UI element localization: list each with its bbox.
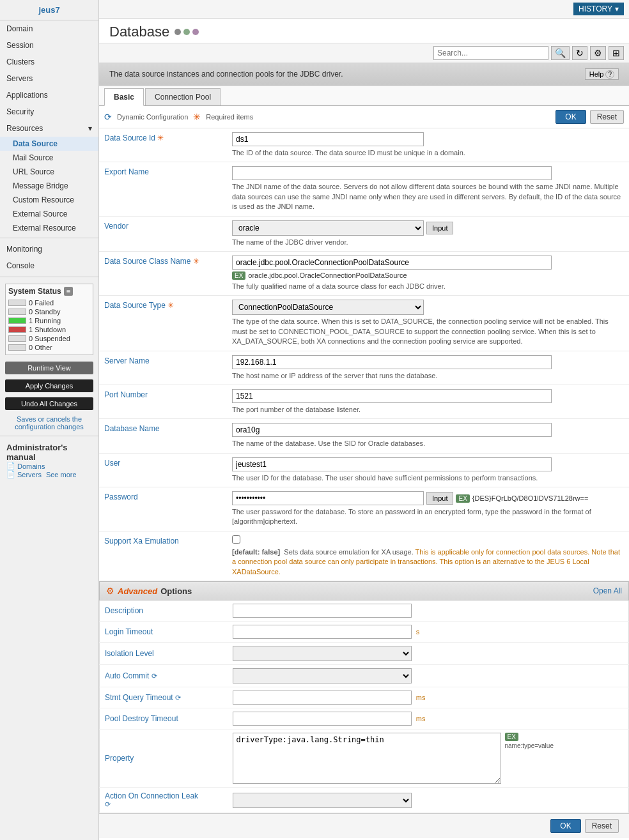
sidebar-sub-custom-resource[interactable]: Custom Resource bbox=[0, 193, 98, 207]
value-user: The user ID for the database. The user s… bbox=[227, 453, 629, 487]
xa-emulation-checkbox[interactable] bbox=[232, 535, 240, 544]
value-dbname: The name of the database. Use the SID fo… bbox=[227, 419, 629, 453]
sidebar-sub-external-source[interactable]: External Source bbox=[0, 207, 98, 221]
sidebar-item-security[interactable]: Security bbox=[0, 103, 98, 120]
tab-connection-pool[interactable]: Connection Pool bbox=[145, 88, 221, 105]
property-expr-hint: name:type=value bbox=[505, 742, 554, 749]
ok-button-bottom[interactable]: OK bbox=[550, 819, 580, 833]
login-timeout-input[interactable] bbox=[233, 625, 412, 639]
stmt-query-timeout-input[interactable] bbox=[233, 691, 412, 705]
advanced-colored-title: Advanced bbox=[118, 586, 157, 596]
sidebar-item-resources[interactable]: Resources ▾ bbox=[0, 120, 98, 137]
data-source-id-input[interactable] bbox=[232, 132, 424, 146]
desc-portnumber: The port number of the database listener… bbox=[232, 405, 624, 415]
vendor-input-button[interactable]: Input bbox=[426, 222, 453, 234]
isolation-level-select[interactable]: READ_COMMITTED READ_UNCOMMITTED REPEATAB… bbox=[233, 646, 412, 661]
reset-button-top[interactable]: Reset bbox=[590, 110, 624, 124]
user-input[interactable] bbox=[232, 457, 552, 471]
sidebar-item-clusters[interactable]: Clusters bbox=[0, 54, 98, 70]
desc-password: The user password for the database. To s… bbox=[232, 507, 624, 527]
dynamic-config-icon: ⟳ bbox=[104, 112, 112, 122]
label-vendor: Vendor bbox=[99, 216, 227, 251]
admin-manual-title: Administrator's manual bbox=[6, 443, 92, 462]
search-button[interactable]: 🔍 bbox=[551, 46, 570, 60]
stmt-query-timeout-icon[interactable]: ⟳ bbox=[175, 694, 181, 701]
required-items-label: Required items bbox=[206, 113, 253, 121]
portnumber-input[interactable] bbox=[232, 389, 552, 403]
servername-input[interactable] bbox=[232, 355, 552, 369]
system-status-icon[interactable]: ≡ bbox=[64, 287, 73, 296]
form-row-vendor: Vendor oracle mysql db2 mssql Input The … bbox=[99, 216, 629, 251]
advanced-form-table: Description Login Timeout s Isolation Le… bbox=[99, 600, 629, 813]
search-bar: 🔍 ↻ ⚙ ⊞ bbox=[99, 43, 629, 63]
reset-button-bottom[interactable]: Reset bbox=[585, 819, 619, 833]
sidebar-item-monitoring[interactable]: Monitoring bbox=[0, 241, 98, 257]
status-row-running: 1 Running bbox=[8, 316, 90, 325]
dsclassname-input[interactable] bbox=[232, 256, 552, 270]
form-row-xa-emulation: Support Xa Emulation [default: false] Se… bbox=[99, 531, 629, 581]
advanced-rest-title: Options bbox=[160, 586, 192, 596]
refresh-button[interactable]: ↻ bbox=[572, 46, 587, 60]
admin-link-servers[interactable]: 📄 Servers See more bbox=[6, 470, 92, 478]
admin-link-domains[interactable]: 📄 Domains bbox=[6, 462, 92, 470]
runtime-view-button[interactable]: Runtime View bbox=[5, 362, 93, 374]
sidebar-sub-data-source[interactable]: Data Source bbox=[0, 137, 98, 151]
history-button[interactable]: HISTORY ▾ bbox=[573, 3, 624, 15]
auto-commit-icon[interactable]: ⟳ bbox=[151, 672, 157, 680]
apply-changes-button[interactable]: Apply Changes bbox=[5, 379, 93, 392]
label-dsclassname: Data Source Class Name ✳ bbox=[99, 251, 227, 295]
auto-commit-select[interactable]: true false bbox=[233, 668, 412, 683]
dbname-input[interactable] bbox=[232, 423, 552, 437]
password-input[interactable] bbox=[232, 491, 424, 505]
form-row-user: User The user ID for the database. The u… bbox=[99, 453, 629, 487]
adv-label-auto-commit: Auto Commit ⟳ bbox=[100, 665, 228, 687]
desc-xa-emulation: [default: false] Sets data source emulat… bbox=[232, 547, 624, 577]
adv-value-property: driverType:java.lang.String=thin EX name… bbox=[228, 729, 629, 788]
connection-leak-select[interactable]: WARNING CLOSE bbox=[233, 793, 412, 808]
sidebar-item-console[interactable]: Console bbox=[0, 257, 98, 274]
adv-label-isolation-level: Isolation Level bbox=[100, 643, 228, 665]
sidebar-item-session[interactable]: Session bbox=[0, 37, 98, 54]
password-input-button[interactable]: Input bbox=[426, 492, 453, 505]
value-dsclassname: EX oracle.jdbc.pool.OracleConnectionPool… bbox=[227, 251, 629, 295]
open-all-link[interactable]: Open All bbox=[593, 586, 622, 595]
property-textarea[interactable]: driverType:java.lang.String=thin bbox=[233, 733, 501, 784]
undo-changes-button[interactable]: Undo All Changes bbox=[5, 397, 93, 410]
sidebar-sub-mail-source[interactable]: Mail Source bbox=[0, 151, 98, 165]
export-name-input[interactable] bbox=[232, 166, 552, 180]
help-icon: ? bbox=[605, 70, 614, 79]
info-banner: The data source instances and connection… bbox=[99, 63, 629, 86]
dot-purple bbox=[192, 29, 199, 35]
sidebar-sub-url-source[interactable]: URL Source bbox=[0, 165, 98, 179]
username[interactable]: jeus7 bbox=[0, 0, 98, 20]
sidebar-sub-external-resource[interactable]: External Resource bbox=[0, 221, 98, 235]
sidebar-item-applications[interactable]: Applications bbox=[0, 87, 98, 103]
help-button[interactable]: Help ? bbox=[585, 68, 619, 80]
login-timeout-unit: s bbox=[416, 628, 420, 636]
status-bar-failed bbox=[8, 300, 26, 306]
advanced-options-header: ⚙ Advanced Options Open All bbox=[99, 581, 629, 600]
form-controls-left: ⟳ Dynamic Configuration ✳ Required items bbox=[104, 112, 253, 122]
ok-button-top[interactable]: OK bbox=[555, 110, 586, 124]
connection-leak-icon[interactable]: ⟳ bbox=[105, 800, 222, 809]
sidebar-item-domain[interactable]: Domain bbox=[0, 20, 98, 37]
desc-dstype: The type of the data source. When this i… bbox=[232, 317, 624, 346]
adv-label-pool-destroy-timeout: Pool Destroy Timeout bbox=[100, 708, 228, 729]
settings-button[interactable]: ⚙ bbox=[590, 46, 606, 60]
saves-text-link[interactable]: Saves or cancels the configuration chang… bbox=[0, 413, 98, 433]
sidebar-item-servers[interactable]: Servers bbox=[0, 70, 98, 87]
desc-servername: The host name or IP address of the serve… bbox=[232, 371, 624, 381]
description-input[interactable] bbox=[233, 604, 412, 618]
desc-dsclassname: The fully qualified name of a data sourc… bbox=[232, 282, 624, 291]
label-dbname: Database Name bbox=[99, 419, 227, 453]
status-row-failed: 0 Failed bbox=[8, 298, 90, 307]
vendor-select[interactable]: oracle mysql db2 mssql bbox=[232, 220, 424, 236]
pool-destroy-timeout-input[interactable] bbox=[233, 712, 412, 726]
grid-button[interactable]: ⊞ bbox=[609, 46, 624, 60]
dstype-select[interactable]: ConnectionPoolDataSource DataSource XADa… bbox=[232, 300, 424, 315]
label-xa-emulation: Support Xa Emulation bbox=[99, 531, 227, 581]
tab-basic[interactable]: Basic bbox=[104, 88, 144, 106]
form-table: Data Source Id ✳ The ID of the data sour… bbox=[99, 128, 629, 581]
search-input[interactable] bbox=[433, 46, 548, 60]
sidebar-sub-message-bridge[interactable]: Message Bridge bbox=[0, 179, 98, 193]
